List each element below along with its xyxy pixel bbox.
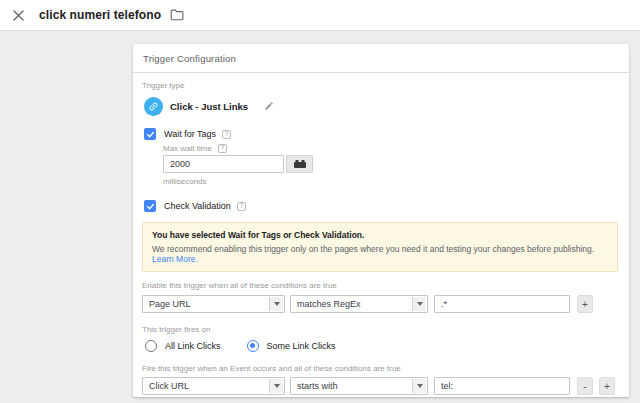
chevron-down-icon xyxy=(412,297,426,311)
fire-conditions-label: Fire this trigger when an Event occurs a… xyxy=(142,364,620,373)
max-wait-label-row: Max wait time ? xyxy=(163,144,620,153)
wait-for-tags-row: Wait for Tags ? xyxy=(142,128,620,140)
remove-condition-button[interactable]: - xyxy=(577,377,593,395)
chevron-down-icon xyxy=(412,379,426,393)
help-icon[interactable]: ? xyxy=(237,202,246,211)
fires-on-options: All Link Clicks Some Link Clicks xyxy=(142,340,620,352)
card-header: Trigger Configuration xyxy=(133,44,629,73)
help-icon[interactable]: ? xyxy=(218,144,227,153)
page-background: Trigger Configuration Trigger type Click… xyxy=(0,31,640,403)
card-body: Trigger type Click - Just Links Wait for… xyxy=(133,73,629,403)
condition-value-input[interactable] xyxy=(434,295,570,313)
trigger-type-value: Click - Just Links xyxy=(170,101,248,112)
milliseconds-label: milliseconds xyxy=(163,177,620,186)
variable-select-value: Page URL xyxy=(149,299,191,309)
check-validation-label: Check Validation xyxy=(164,201,231,211)
folder-icon[interactable] xyxy=(170,9,184,21)
add-condition-button[interactable]: + xyxy=(577,295,593,313)
some-link-clicks-label: Some Link Clicks xyxy=(267,341,336,351)
condition-value-input[interactable] xyxy=(434,377,570,395)
help-icon[interactable]: ? xyxy=(222,130,231,139)
fire-condition-row: Click URL starts with - + xyxy=(142,377,620,395)
chevron-down-icon xyxy=(269,297,283,311)
max-wait-input-row xyxy=(163,155,620,173)
wait-for-tags-checkbox[interactable] xyxy=(144,128,156,140)
enable-conditions-label: Enable this trigger when all of these co… xyxy=(142,281,620,290)
operator-select-value: starts with xyxy=(297,381,338,391)
link-icon xyxy=(144,97,163,116)
top-bar: click numeri telefono xyxy=(0,0,640,31)
trigger-type-row[interactable]: Click - Just Links xyxy=(142,96,620,116)
card-title: Trigger Configuration xyxy=(143,53,619,64)
variable-select[interactable]: Page URL xyxy=(142,295,285,313)
close-icon[interactable] xyxy=(10,7,26,23)
edit-pencil-icon[interactable] xyxy=(264,101,274,111)
all-link-clicks-radio[interactable] xyxy=(145,340,157,352)
wait-for-tags-label: Wait for Tags xyxy=(164,129,216,139)
check-validation-checkbox[interactable] xyxy=(144,200,156,212)
check-validation-row: Check Validation ? xyxy=(142,200,620,212)
notice-title: You have selected Wait for Tags or Check… xyxy=(152,230,608,240)
notice-text: We recommend enabling this trigger only … xyxy=(152,244,594,254)
operator-select[interactable]: matches RegEx xyxy=(290,295,428,313)
chevron-down-icon xyxy=(269,379,283,393)
trigger-title[interactable]: click numeri telefono xyxy=(39,8,161,22)
max-wait-block: Max wait time ? milliseconds xyxy=(163,144,620,186)
variable-select-value: Click URL xyxy=(149,381,189,391)
operator-select[interactable]: starts with xyxy=(290,377,428,395)
trigger-type-label: Trigger type xyxy=(142,81,620,90)
add-condition-button[interactable]: + xyxy=(599,377,615,395)
some-link-clicks-radio[interactable] xyxy=(247,340,259,352)
operator-select-value: matches RegEx xyxy=(297,299,361,309)
warning-notice: You have selected Wait for Tags or Check… xyxy=(142,222,618,272)
variable-picker-brick-icon[interactable] xyxy=(286,155,313,173)
all-link-clicks-label: All Link Clicks xyxy=(165,341,221,351)
trigger-configuration-card: Trigger Configuration Trigger type Click… xyxy=(133,44,629,397)
enable-condition-row: Page URL matches RegEx + xyxy=(142,295,620,313)
fires-on-label: This trigger fires on xyxy=(142,325,620,334)
variable-select[interactable]: Click URL xyxy=(142,377,285,395)
notice-body: We recommend enabling this trigger only … xyxy=(152,244,608,264)
learn-more-link[interactable]: Learn More. xyxy=(152,254,198,264)
max-wait-label: Max wait time xyxy=(163,144,212,153)
max-wait-input[interactable] xyxy=(163,155,284,173)
